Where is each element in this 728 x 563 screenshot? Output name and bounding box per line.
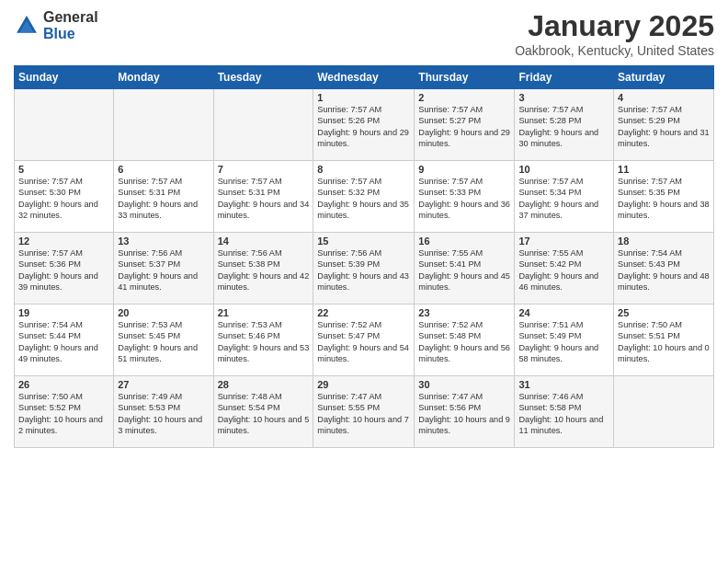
day-info: Sunrise: 7:53 AM Sunset: 5:46 PM Dayligh… — [218, 319, 310, 365]
month-title: January 2025 — [515, 9, 714, 43]
day-info: Sunrise: 7:46 AM Sunset: 5:58 PM Dayligh… — [518, 391, 609, 437]
day-info: Sunrise: 7:56 AM Sunset: 5:38 PM Dayligh… — [218, 247, 310, 293]
calendar-table: SundayMondayTuesdayWednesdayThursdayFrid… — [14, 65, 714, 448]
day-info: Sunrise: 7:50 AM Sunset: 5:52 PM Dayligh… — [18, 391, 109, 437]
day-number: 18 — [618, 236, 710, 247]
day-number: 9 — [418, 164, 510, 175]
day-info: Sunrise: 7:57 AM Sunset: 5:29 PM Dayligh… — [618, 104, 710, 150]
header-cell-wednesday: Wednesday — [313, 66, 415, 89]
day-info: Sunrise: 7:48 AM Sunset: 5:54 PM Dayligh… — [218, 391, 310, 437]
day-cell: 17Sunrise: 7:55 AM Sunset: 5:42 PM Dayli… — [515, 233, 614, 304]
day-info: Sunrise: 7:57 AM Sunset: 5:32 PM Dayligh… — [317, 176, 410, 222]
day-cell: 13Sunrise: 7:56 AM Sunset: 5:37 PM Dayli… — [114, 233, 213, 304]
day-cell: 27Sunrise: 7:49 AM Sunset: 5:53 PM Dayli… — [114, 376, 213, 448]
day-info: Sunrise: 7:55 AM Sunset: 5:41 PM Dayligh… — [418, 247, 510, 293]
day-number: 17 — [518, 236, 609, 247]
day-cell: 6Sunrise: 7:57 AM Sunset: 5:31 PM Daylig… — [114, 161, 213, 233]
day-number: 21 — [218, 307, 310, 318]
day-info: Sunrise: 7:54 AM Sunset: 5:43 PM Dayligh… — [618, 247, 710, 293]
day-cell: 16Sunrise: 7:55 AM Sunset: 5:41 PM Dayli… — [415, 233, 515, 304]
day-number: 30 — [418, 379, 510, 390]
day-info: Sunrise: 7:55 AM Sunset: 5:42 PM Dayligh… — [518, 247, 609, 293]
day-cell: 26Sunrise: 7:50 AM Sunset: 5:52 PM Dayli… — [15, 376, 114, 448]
day-info: Sunrise: 7:57 AM Sunset: 5:30 PM Dayligh… — [18, 176, 109, 222]
logo-icon — [14, 13, 40, 39]
day-cell: 9Sunrise: 7:57 AM Sunset: 5:33 PM Daylig… — [415, 161, 515, 233]
day-info: Sunrise: 7:47 AM Sunset: 5:55 PM Dayligh… — [317, 391, 410, 437]
header-cell-friday: Friday — [515, 66, 614, 89]
day-cell: 14Sunrise: 7:56 AM Sunset: 5:38 PM Dayli… — [213, 233, 313, 304]
day-number: 19 — [18, 307, 109, 318]
week-row-3: 12Sunrise: 7:57 AM Sunset: 5:36 PM Dayli… — [15, 233, 714, 304]
day-cell: 23Sunrise: 7:52 AM Sunset: 5:48 PM Dayli… — [415, 304, 515, 376]
day-number: 11 — [618, 164, 710, 175]
day-number: 27 — [118, 379, 209, 390]
day-cell: 15Sunrise: 7:56 AM Sunset: 5:39 PM Dayli… — [313, 233, 415, 304]
day-number: 1 — [317, 92, 410, 103]
logo-blue: Blue — [43, 26, 98, 42]
title-block: January 2025 Oakbrook, Kentucky, United … — [515, 9, 714, 58]
day-info: Sunrise: 7:57 AM Sunset: 5:27 PM Dayligh… — [418, 104, 510, 150]
day-info: Sunrise: 7:57 AM Sunset: 5:31 PM Dayligh… — [218, 176, 310, 222]
day-cell — [114, 89, 213, 161]
day-cell — [213, 89, 313, 161]
week-row-5: 26Sunrise: 7:50 AM Sunset: 5:52 PM Dayli… — [15, 376, 714, 448]
week-row-2: 5Sunrise: 7:57 AM Sunset: 5:30 PM Daylig… — [15, 161, 714, 233]
day-cell: 20Sunrise: 7:53 AM Sunset: 5:45 PM Dayli… — [114, 304, 213, 376]
day-info: Sunrise: 7:57 AM Sunset: 5:31 PM Dayligh… — [118, 176, 209, 222]
day-number: 20 — [118, 307, 209, 318]
day-info: Sunrise: 7:57 AM Sunset: 5:36 PM Dayligh… — [18, 247, 109, 293]
day-number: 3 — [518, 92, 609, 103]
day-cell: 12Sunrise: 7:57 AM Sunset: 5:36 PM Dayli… — [15, 233, 114, 304]
day-cell — [614, 376, 714, 448]
day-info: Sunrise: 7:57 AM Sunset: 5:34 PM Dayligh… — [518, 176, 609, 222]
day-number: 25 — [618, 307, 710, 318]
day-info: Sunrise: 7:49 AM Sunset: 5:53 PM Dayligh… — [118, 391, 209, 437]
header-row: SundayMondayTuesdayWednesdayThursdayFrid… — [15, 66, 714, 89]
header-cell-monday: Monday — [114, 66, 213, 89]
day-cell: 8Sunrise: 7:57 AM Sunset: 5:32 PM Daylig… — [313, 161, 415, 233]
logo-general: General — [43, 9, 98, 26]
day-info: Sunrise: 7:50 AM Sunset: 5:51 PM Dayligh… — [618, 319, 710, 365]
day-number: 16 — [418, 236, 510, 247]
day-number: 6 — [118, 164, 209, 175]
day-number: 28 — [218, 379, 310, 390]
day-cell: 30Sunrise: 7:47 AM Sunset: 5:56 PM Dayli… — [415, 376, 515, 448]
page-header: General Blue January 2025 Oakbrook, Kent… — [14, 9, 714, 58]
day-cell: 31Sunrise: 7:46 AM Sunset: 5:58 PM Dayli… — [515, 376, 614, 448]
day-cell: 2Sunrise: 7:57 AM Sunset: 5:27 PM Daylig… — [415, 89, 515, 161]
day-info: Sunrise: 7:57 AM Sunset: 5:35 PM Dayligh… — [618, 176, 710, 222]
day-number: 10 — [518, 164, 609, 175]
day-cell: 1Sunrise: 7:57 AM Sunset: 5:26 PM Daylig… — [313, 89, 415, 161]
day-number: 14 — [218, 236, 310, 247]
day-info: Sunrise: 7:56 AM Sunset: 5:39 PM Dayligh… — [317, 247, 410, 293]
day-cell: 4Sunrise: 7:57 AM Sunset: 5:29 PM Daylig… — [614, 89, 714, 161]
day-info: Sunrise: 7:53 AM Sunset: 5:45 PM Dayligh… — [118, 319, 209, 365]
header-cell-sunday: Sunday — [15, 66, 114, 89]
logo: General Blue — [14, 9, 98, 41]
day-info: Sunrise: 7:51 AM Sunset: 5:49 PM Dayligh… — [518, 319, 609, 365]
day-cell: 7Sunrise: 7:57 AM Sunset: 5:31 PM Daylig… — [213, 161, 313, 233]
header-cell-saturday: Saturday — [614, 66, 714, 89]
day-number: 2 — [418, 92, 510, 103]
day-cell: 29Sunrise: 7:47 AM Sunset: 5:55 PM Dayli… — [313, 376, 415, 448]
day-info: Sunrise: 7:56 AM Sunset: 5:37 PM Dayligh… — [118, 247, 209, 293]
day-number: 4 — [618, 92, 710, 103]
day-cell: 5Sunrise: 7:57 AM Sunset: 5:30 PM Daylig… — [15, 161, 114, 233]
day-info: Sunrise: 7:57 AM Sunset: 5:28 PM Dayligh… — [518, 104, 609, 150]
day-number: 23 — [418, 307, 510, 318]
day-cell — [15, 89, 114, 161]
day-number: 5 — [18, 164, 109, 175]
day-number: 24 — [518, 307, 609, 318]
week-row-4: 19Sunrise: 7:54 AM Sunset: 5:44 PM Dayli… — [15, 304, 714, 376]
day-number: 22 — [317, 307, 410, 318]
day-number: 29 — [317, 379, 410, 390]
header-cell-thursday: Thursday — [415, 66, 515, 89]
day-info: Sunrise: 7:52 AM Sunset: 5:48 PM Dayligh… — [418, 319, 510, 365]
location: Oakbrook, Kentucky, United States — [515, 43, 714, 58]
day-cell: 22Sunrise: 7:52 AM Sunset: 5:47 PM Dayli… — [313, 304, 415, 376]
logo-text: General Blue — [43, 9, 98, 41]
day-cell: 24Sunrise: 7:51 AM Sunset: 5:49 PM Dayli… — [515, 304, 614, 376]
day-cell: 11Sunrise: 7:57 AM Sunset: 5:35 PM Dayli… — [614, 161, 714, 233]
week-row-1: 1Sunrise: 7:57 AM Sunset: 5:26 PM Daylig… — [15, 89, 714, 161]
